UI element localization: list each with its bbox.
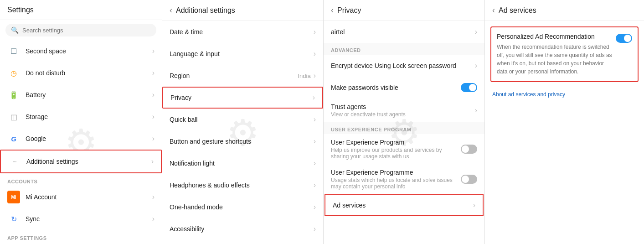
chevron-icon: › bbox=[314, 181, 316, 189]
chevron-icon: › bbox=[151, 157, 154, 166]
item-user-exp-programme[interactable]: User Experience Programme Usage stats wh… bbox=[324, 164, 484, 194]
sidebar-item-storage[interactable]: ◫ Storage › bbox=[0, 106, 162, 128]
about-ad-services-link[interactable]: About ad services and privacy bbox=[485, 88, 644, 101]
ad-services-title: Ad services bbox=[499, 6, 536, 15]
sidebar-item-sync[interactable]: ↻ Sync › bbox=[0, 208, 162, 230]
google-label: Google bbox=[26, 135, 152, 142]
item-ad-services[interactable]: Ad services › bbox=[325, 194, 484, 216]
chevron-icon: › bbox=[314, 203, 316, 211]
additional-settings-icon: ··· bbox=[8, 155, 21, 168]
language-input-label: Language & input bbox=[170, 50, 314, 57]
user-exp-program-subtitle: Help us improve our products and service… bbox=[331, 147, 461, 160]
chevron-icon: › bbox=[314, 28, 316, 36]
item-make-passwords[interactable]: Make passwords visible bbox=[324, 77, 484, 99]
button-gesture-label: Button and gesture shortcuts bbox=[170, 138, 314, 145]
user-exp-programme-subtitle: Usage stats which help us locate and sol… bbox=[331, 177, 461, 190]
privacy-header: ‹ Privacy bbox=[324, 0, 484, 21]
mi-account-icon: Mi bbox=[7, 191, 20, 203]
sidebar-item-battery[interactable]: 🔋 Battery › bbox=[0, 84, 162, 106]
advanced-section-label: ADVANCED bbox=[324, 43, 484, 55]
back-arrow-icon[interactable]: ‹ bbox=[170, 5, 172, 15]
item-headphones-audio[interactable]: Headphones & audio effects › bbox=[162, 174, 323, 196]
make-passwords-label: Make passwords visible bbox=[331, 84, 461, 91]
headphones-audio-label: Headphones & audio effects bbox=[170, 182, 314, 189]
chevron-icon: › bbox=[475, 28, 477, 36]
user-exp-program-toggle[interactable] bbox=[461, 145, 477, 154]
airtel-label: airtel bbox=[331, 28, 475, 36]
sidebar-item-google[interactable]: G Google › bbox=[0, 128, 162, 150]
chevron-icon: › bbox=[475, 106, 477, 114]
search-icon: 🔍 bbox=[11, 26, 19, 34]
chevron-icon: › bbox=[152, 47, 155, 55]
sidebar-item-mi-account[interactable]: Mi Mi Account › bbox=[0, 186, 162, 208]
date-time-label: Date & time bbox=[170, 28, 314, 36]
storage-label: Storage bbox=[26, 113, 152, 120]
item-one-handed-mode[interactable]: One-handed mode › bbox=[162, 196, 323, 218]
trust-agents-label: Trust agents bbox=[331, 103, 475, 110]
sidebar-item-second-space[interactable]: ☐ Second space › bbox=[0, 40, 162, 62]
region-label: Region bbox=[170, 72, 298, 79]
chevron-icon: › bbox=[473, 201, 475, 209]
ad-services-panel: ‹ Ad services Personalized Ad Recommenda… bbox=[485, 0, 644, 244]
item-notification-light[interactable]: Notification light › bbox=[162, 152, 323, 174]
sidebar-item-additional-settings[interactable]: ··· Additional settings › bbox=[0, 150, 162, 173]
settings-title: Settings bbox=[7, 6, 34, 14]
item-language-input[interactable]: Language & input › bbox=[162, 43, 323, 65]
privacy-panel: ‹ Privacy ⚙ airtel › ADVANCED Encrypt de… bbox=[324, 0, 485, 244]
chevron-icon: › bbox=[314, 159, 316, 167]
user-exp-programme-toggle[interactable] bbox=[461, 175, 477, 184]
search-bar[interactable]: 🔍 bbox=[5, 24, 156, 36]
settings-list: ⚙ ☐ Second space › ◷ Do not disturb › 🔋 … bbox=[0, 40, 162, 244]
item-encrypt-device[interactable]: Encrypt device Using Lock screen passwor… bbox=[324, 55, 484, 77]
mi-account-label: Mi Account bbox=[26, 193, 152, 201]
additional-settings-label: Additional settings bbox=[26, 158, 151, 165]
ad-recommendation-toggle[interactable] bbox=[616, 34, 632, 43]
settings-panel: Settings 🔍 ⚙ ☐ Second space › ◷ Do not d… bbox=[0, 0, 162, 244]
item-date-time[interactable]: Date & time › bbox=[162, 21, 323, 43]
second-space-icon: ☐ bbox=[7, 45, 20, 57]
ad-services-header: ‹ Ad services bbox=[485, 0, 644, 21]
sidebar-item-dnd[interactable]: ◷ Do not disturb › bbox=[0, 62, 162, 84]
region-value: India bbox=[298, 73, 310, 79]
chevron-icon: › bbox=[152, 215, 155, 223]
chevron-icon: › bbox=[475, 62, 477, 70]
ad-services-content: Personalized Ad Recommendation When the … bbox=[485, 21, 644, 244]
additional-settings-list: ⚙ Date & time › Language & input › Regio… bbox=[162, 21, 323, 244]
second-space-label: Second space bbox=[26, 47, 152, 55]
back-arrow-icon[interactable]: ‹ bbox=[492, 5, 495, 15]
chevron-icon: › bbox=[152, 69, 155, 77]
app-settings-section-label: APP SETTINGS bbox=[0, 230, 162, 243]
accessibility-label: Accessibility bbox=[170, 225, 314, 233]
chevron-icon: › bbox=[314, 115, 316, 124]
item-privacy[interactable]: Privacy › bbox=[162, 87, 323, 109]
item-accessibility[interactable]: Accessibility › bbox=[162, 218, 323, 240]
chevron-icon: › bbox=[152, 113, 155, 121]
chevron-icon: › bbox=[314, 137, 316, 145]
make-passwords-toggle[interactable] bbox=[461, 83, 477, 92]
trust-agents-subtitle: View or deactivate trust agents bbox=[331, 111, 475, 118]
ad-services-label: Ad services bbox=[333, 202, 473, 209]
item-airtel[interactable]: airtel › bbox=[324, 21, 484, 43]
additional-settings-header: ‹ Additional settings bbox=[162, 0, 323, 21]
dnd-icon: ◷ bbox=[7, 67, 20, 79]
ad-card-row: Personalized Ad Recommendation When the … bbox=[497, 33, 632, 76]
ad-recommendation-card: Personalized Ad Recommendation When the … bbox=[490, 26, 639, 82]
privacy-list: ⚙ airtel › ADVANCED Encrypt device Using… bbox=[324, 21, 484, 244]
search-input[interactable] bbox=[22, 27, 151, 34]
item-region[interactable]: Region India › bbox=[162, 65, 323, 87]
sync-label: Sync bbox=[26, 215, 152, 223]
storage-icon: ◫ bbox=[7, 110, 20, 123]
chevron-icon: › bbox=[152, 135, 155, 143]
item-trust-agents[interactable]: Trust agents View or deactivate trust ag… bbox=[324, 99, 484, 122]
back-arrow-icon[interactable]: ‹ bbox=[331, 5, 334, 15]
chevron-icon: › bbox=[314, 225, 316, 233]
item-button-gesture[interactable]: Button and gesture shortcuts › bbox=[162, 130, 323, 152]
chevron-icon: › bbox=[313, 93, 315, 102]
ad-card-title: Personalized Ad Recommendation bbox=[497, 33, 612, 40]
additional-settings-title: Additional settings bbox=[176, 6, 235, 15]
privacy-title: Privacy bbox=[337, 6, 361, 15]
item-user-exp-program[interactable]: User Experience Program Help us improve … bbox=[324, 134, 484, 164]
quick-ball-label: Quick ball bbox=[170, 116, 314, 123]
chevron-icon: › bbox=[314, 50, 316, 58]
item-quick-ball[interactable]: Quick ball › bbox=[162, 109, 323, 130]
